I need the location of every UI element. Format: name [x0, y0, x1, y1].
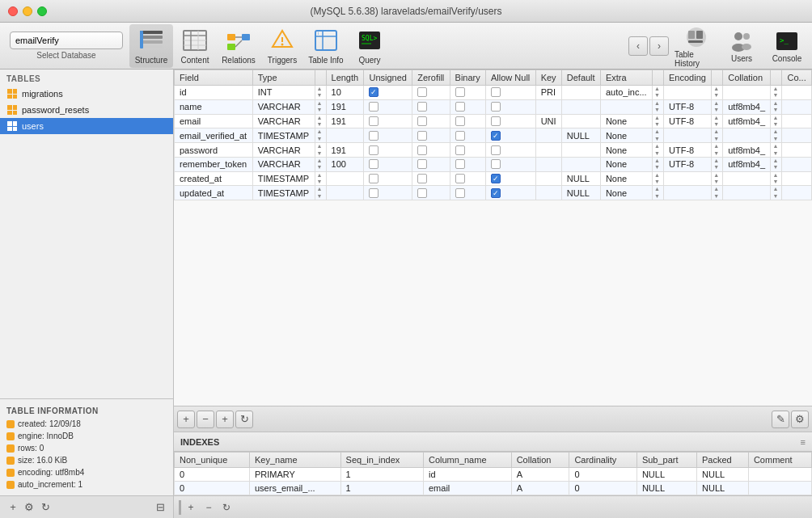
- relations-tab[interactable]: Relations: [217, 24, 260, 68]
- query-tab[interactable]: SQL> Query: [348, 24, 391, 68]
- checkbox[interactable]: [369, 116, 379, 126]
- checkbox[interactable]: [369, 159, 379, 169]
- nav-back-button[interactable]: ‹: [628, 36, 648, 56]
- sidebar-refresh-button[interactable]: ↻: [37, 499, 53, 516]
- checkbox[interactable]: [455, 102, 465, 112]
- allow-null-cell[interactable]: [485, 157, 535, 171]
- type-stepper[interactable]: ▲▼: [317, 86, 324, 99]
- collation-stepper[interactable]: ▲▼: [772, 158, 780, 171]
- sidebar-settings-button[interactable]: ⚙: [21, 499, 37, 516]
- unsigned-cell[interactable]: [364, 186, 412, 200]
- checkbox[interactable]: [369, 188, 379, 198]
- checkbox[interactable]: [417, 131, 427, 141]
- unsigned-cell[interactable]: [364, 157, 412, 171]
- maximize-button[interactable]: [37, 6, 47, 16]
- type-stepper[interactable]: ▲▼: [317, 186, 324, 200]
- checkbox[interactable]: ✓: [491, 131, 501, 141]
- binary-cell[interactable]: [450, 186, 485, 200]
- checkbox[interactable]: ✓: [369, 87, 379, 97]
- extra-stepper[interactable]: ▲▼: [654, 100, 662, 114]
- allow-null-cell[interactable]: [485, 114, 535, 128]
- checkbox[interactable]: [491, 116, 501, 126]
- checkbox[interactable]: [455, 159, 465, 169]
- allow-null-cell[interactable]: ✓: [485, 186, 535, 200]
- checkbox[interactable]: [491, 87, 501, 97]
- console-button[interactable]: >_ Console: [765, 28, 809, 63]
- zerofill-cell[interactable]: [412, 128, 450, 143]
- checkbox[interactable]: ✓: [491, 188, 501, 198]
- checkbox[interactable]: [417, 116, 427, 126]
- type-stepper[interactable]: ▲▼: [317, 100, 324, 114]
- close-button[interactable]: [8, 6, 18, 16]
- unsigned-cell[interactable]: ✓: [364, 86, 412, 100]
- encoding-stepper[interactable]: ▲▼: [713, 158, 721, 171]
- content-refresh-button[interactable]: ↻: [218, 499, 235, 516]
- checkbox[interactable]: [369, 174, 379, 183]
- zerofill-cell[interactable]: [412, 186, 450, 200]
- sidebar-item-migrations[interactable]: migrations: [0, 86, 173, 102]
- checkbox[interactable]: [417, 87, 427, 97]
- extra-stepper[interactable]: ▲▼: [654, 172, 662, 186]
- unsigned-cell[interactable]: [364, 99, 412, 114]
- allow-null-cell[interactable]: ✓: [485, 128, 535, 143]
- checkbox[interactable]: [369, 131, 379, 141]
- binary-cell[interactable]: [450, 143, 485, 158]
- zerofill-cell[interactable]: [412, 86, 450, 100]
- binary-cell[interactable]: [450, 128, 485, 143]
- collation-stepper[interactable]: ▲▼: [772, 186, 780, 200]
- extra-stepper[interactable]: ▲▼: [654, 86, 662, 99]
- more-options-button[interactable]: ⚙: [791, 411, 809, 428]
- unsigned-cell[interactable]: [364, 143, 412, 158]
- encoding-stepper[interactable]: ▲▼: [713, 128, 721, 142]
- checkbox[interactable]: [455, 174, 465, 183]
- content-remove-button[interactable]: −: [201, 499, 217, 516]
- edit-button[interactable]: ✎: [772, 411, 789, 428]
- collation-stepper[interactable]: ▲▼: [772, 128, 780, 142]
- indexes-table-wrap[interactable]: Non_unique Key_name Seq_in_index Column_…: [174, 452, 812, 495]
- resize-handle[interactable]: [179, 500, 181, 515]
- collation-stepper[interactable]: ▲▼: [772, 86, 780, 99]
- allow-null-cell[interactable]: ✓: [485, 171, 535, 186]
- binary-cell[interactable]: [450, 86, 485, 100]
- nav-forward-button[interactable]: ›: [649, 36, 669, 56]
- checkbox[interactable]: [417, 102, 427, 112]
- type-stepper[interactable]: ▲▼: [317, 172, 324, 186]
- checkbox[interactable]: [491, 159, 501, 169]
- extra-stepper[interactable]: ▲▼: [654, 128, 662, 142]
- type-stepper[interactable]: ▲▼: [317, 143, 324, 157]
- extra-stepper[interactable]: ▲▼: [654, 158, 662, 171]
- duplicate-field-button[interactable]: +: [216, 411, 234, 428]
- structure-table-wrap[interactable]: Field Type Length Unsigned Zerofill Bina…: [174, 69, 812, 406]
- sidebar-add-button[interactable]: +: [5, 499, 21, 516]
- sidebar-item-users[interactable]: users: [0, 118, 173, 134]
- checkbox[interactable]: [491, 102, 501, 112]
- checkbox[interactable]: ✓: [491, 174, 501, 183]
- zerofill-cell[interactable]: [412, 99, 450, 114]
- checkbox[interactable]: [369, 145, 379, 155]
- sidebar-item-password-resets[interactable]: password_resets: [0, 102, 173, 118]
- content-tab[interactable]: Content: [173, 24, 217, 68]
- encoding-stepper[interactable]: ▲▼: [713, 172, 721, 186]
- users-button[interactable]: Users: [720, 28, 763, 63]
- encoding-stepper[interactable]: ▲▼: [713, 100, 721, 114]
- checkbox[interactable]: [491, 145, 501, 155]
- checkbox[interactable]: [455, 188, 465, 198]
- minimize-button[interactable]: [23, 6, 32, 16]
- type-stepper[interactable]: ▲▼: [317, 158, 324, 171]
- allow-null-cell[interactable]: [485, 99, 535, 114]
- binary-cell[interactable]: [450, 99, 485, 114]
- zerofill-cell[interactable]: [412, 114, 450, 128]
- allow-null-cell[interactable]: [485, 86, 535, 100]
- collation-stepper[interactable]: ▲▼: [772, 100, 780, 114]
- table-info-tab[interactable]: i Table Info: [304, 24, 348, 68]
- refresh-structure-button[interactable]: ↻: [235, 411, 253, 428]
- checkbox[interactable]: [455, 87, 465, 97]
- extra-stepper[interactable]: ▲▼: [654, 115, 662, 128]
- collation-stepper[interactable]: ▲▼: [772, 115, 780, 128]
- checkbox[interactable]: [455, 116, 465, 126]
- checkbox[interactable]: [369, 102, 379, 112]
- checkbox[interactable]: [455, 131, 465, 141]
- binary-cell[interactable]: [450, 171, 485, 186]
- type-stepper[interactable]: ▲▼: [317, 128, 324, 142]
- checkbox[interactable]: [417, 145, 427, 155]
